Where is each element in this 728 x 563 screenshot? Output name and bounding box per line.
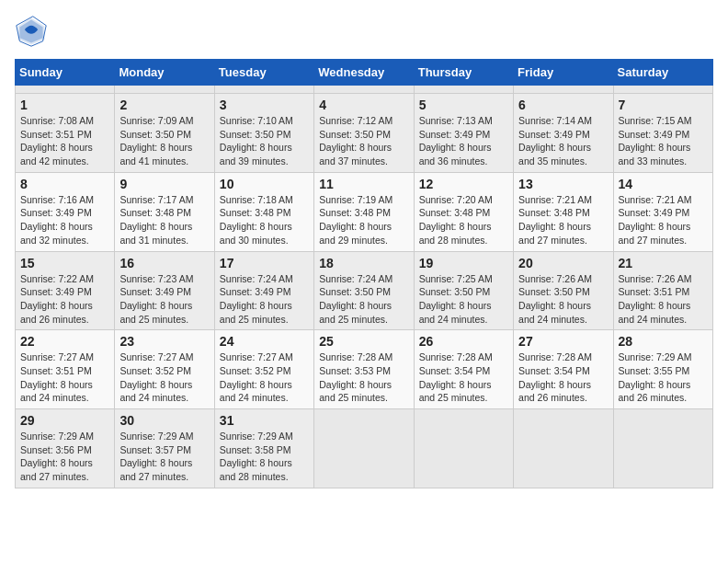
day-number: 5 (419, 98, 508, 112)
col-header-wednesday: Wednesday (314, 60, 414, 86)
day-number: 27 (518, 334, 608, 349)
calendar-cell (115, 86, 214, 94)
day-info: Sunrise: 7:24 AM Sunset: 3:50 PM Dayligh… (319, 272, 408, 327)
day-number: 2 (119, 98, 209, 112)
calendar-cell (16, 86, 115, 94)
calendar-cell: 21Sunrise: 7:26 AM Sunset: 3:51 PM Dayli… (613, 251, 712, 330)
calendar-cell: 23Sunrise: 7:27 AM Sunset: 3:52 PM Dayli… (115, 330, 214, 409)
calendar-cell: 29Sunrise: 7:29 AM Sunset: 3:56 PM Dayli… (16, 409, 115, 488)
day-number: 26 (419, 334, 508, 349)
day-number: 30 (119, 413, 209, 428)
day-info: Sunrise: 7:20 AM Sunset: 3:48 PM Dayligh… (419, 193, 508, 247)
day-info: Sunrise: 7:22 AM Sunset: 3:49 PM Dayligh… (20, 272, 109, 327)
col-header-monday: Monday (115, 60, 214, 86)
col-header-tuesday: Tuesday (214, 60, 313, 86)
calendar-cell: 13Sunrise: 7:21 AM Sunset: 3:48 PM Dayli… (514, 172, 613, 251)
day-info: Sunrise: 7:29 AM Sunset: 3:57 PM Dayligh… (119, 430, 209, 484)
calendar-cell: 31Sunrise: 7:29 AM Sunset: 3:58 PM Dayli… (214, 409, 313, 488)
col-header-thursday: Thursday (414, 60, 513, 86)
day-info: Sunrise: 7:23 AM Sunset: 3:49 PM Dayligh… (119, 272, 209, 327)
day-number: 23 (119, 334, 209, 349)
day-number: 18 (319, 256, 408, 270)
day-number: 4 (319, 98, 408, 112)
day-info: Sunrise: 7:16 AM Sunset: 3:49 PM Dayligh… (20, 193, 109, 247)
day-number: 3 (220, 98, 309, 112)
day-number: 28 (619, 334, 708, 349)
calendar-cell: 9Sunrise: 7:17 AM Sunset: 3:48 PM Daylig… (115, 172, 214, 251)
day-info: Sunrise: 7:26 AM Sunset: 3:51 PM Dayligh… (619, 272, 708, 327)
calendar-header-row: SundayMondayTuesdayWednesdayThursdayFrid… (16, 60, 713, 86)
calendar-cell: 5Sunrise: 7:13 AM Sunset: 3:49 PM Daylig… (414, 94, 513, 173)
calendar-cell (613, 409, 712, 488)
day-info: Sunrise: 7:25 AM Sunset: 3:50 PM Dayligh… (419, 272, 508, 327)
calendar-cell: 28Sunrise: 7:29 AM Sunset: 3:55 PM Dayli… (613, 330, 712, 409)
day-info: Sunrise: 7:28 AM Sunset: 3:53 PM Dayligh… (319, 350, 408, 405)
day-info: Sunrise: 7:19 AM Sunset: 3:48 PM Dayligh… (319, 193, 408, 247)
calendar-cell: 4Sunrise: 7:12 AM Sunset: 3:50 PM Daylig… (314, 94, 414, 173)
day-info: Sunrise: 7:10 AM Sunset: 3:50 PM Dayligh… (220, 114, 309, 168)
week-row-3: 15Sunrise: 7:22 AM Sunset: 3:49 PM Dayli… (16, 251, 713, 330)
calendar-cell: 11Sunrise: 7:19 AM Sunset: 3:48 PM Dayli… (314, 172, 414, 251)
week-row-2: 8Sunrise: 7:16 AM Sunset: 3:49 PM Daylig… (16, 172, 713, 251)
page-header (15, 15, 713, 48)
week-row-1: 1Sunrise: 7:08 AM Sunset: 3:51 PM Daylig… (16, 94, 713, 173)
logo-icon (15, 15, 48, 48)
calendar-cell: 19Sunrise: 7:25 AM Sunset: 3:50 PM Dayli… (414, 251, 513, 330)
calendar-cell: 1Sunrise: 7:08 AM Sunset: 3:51 PM Daylig… (16, 94, 115, 173)
day-info: Sunrise: 7:28 AM Sunset: 3:54 PM Dayligh… (518, 350, 608, 405)
day-number: 15 (20, 256, 109, 270)
calendar-cell: 8Sunrise: 7:16 AM Sunset: 3:49 PM Daylig… (16, 172, 115, 251)
day-number: 9 (119, 177, 209, 191)
day-number: 24 (220, 334, 309, 349)
day-number: 8 (20, 177, 109, 191)
calendar-cell: 27Sunrise: 7:28 AM Sunset: 3:54 PM Dayli… (514, 330, 613, 409)
day-number: 12 (419, 177, 508, 191)
day-info: Sunrise: 7:17 AM Sunset: 3:48 PM Dayligh… (119, 193, 209, 247)
day-info: Sunrise: 7:27 AM Sunset: 3:51 PM Dayligh… (20, 350, 109, 405)
calendar-cell (314, 409, 414, 488)
calendar-cell: 20Sunrise: 7:26 AM Sunset: 3:50 PM Dayli… (514, 251, 613, 330)
day-info: Sunrise: 7:14 AM Sunset: 3:49 PM Dayligh… (518, 114, 608, 168)
day-number: 21 (619, 256, 708, 270)
day-number: 11 (319, 177, 408, 191)
calendar-cell: 26Sunrise: 7:28 AM Sunset: 3:54 PM Dayli… (414, 330, 513, 409)
day-info: Sunrise: 7:08 AM Sunset: 3:51 PM Dayligh… (20, 114, 109, 168)
day-info: Sunrise: 7:13 AM Sunset: 3:49 PM Dayligh… (419, 114, 508, 168)
calendar-cell: 17Sunrise: 7:24 AM Sunset: 3:49 PM Dayli… (214, 251, 313, 330)
day-info: Sunrise: 7:21 AM Sunset: 3:48 PM Dayligh… (518, 193, 608, 247)
col-header-sunday: Sunday (16, 60, 115, 86)
day-number: 17 (220, 256, 309, 270)
day-number: 20 (518, 256, 608, 270)
calendar-table: SundayMondayTuesdayWednesdayThursdayFrid… (15, 59, 713, 488)
day-info: Sunrise: 7:27 AM Sunset: 3:52 PM Dayligh… (119, 350, 209, 405)
day-number: 13 (518, 177, 608, 191)
calendar-cell (414, 409, 513, 488)
day-info: Sunrise: 7:18 AM Sunset: 3:48 PM Dayligh… (220, 193, 309, 247)
calendar-cell: 18Sunrise: 7:24 AM Sunset: 3:50 PM Dayli… (314, 251, 414, 330)
day-info: Sunrise: 7:26 AM Sunset: 3:50 PM Dayligh… (518, 272, 608, 327)
calendar-cell: 30Sunrise: 7:29 AM Sunset: 3:57 PM Dayli… (115, 409, 214, 488)
calendar-cell (514, 409, 613, 488)
day-number: 1 (20, 98, 109, 112)
calendar-cell: 6Sunrise: 7:14 AM Sunset: 3:49 PM Daylig… (514, 94, 613, 173)
week-row-5: 29Sunrise: 7:29 AM Sunset: 3:56 PM Dayli… (16, 409, 713, 488)
day-info: Sunrise: 7:29 AM Sunset: 3:55 PM Dayligh… (619, 350, 708, 405)
calendar-cell (314, 86, 414, 94)
day-number: 16 (119, 256, 209, 270)
day-number: 7 (619, 98, 708, 112)
calendar-cell: 10Sunrise: 7:18 AM Sunset: 3:48 PM Dayli… (214, 172, 313, 251)
day-number: 22 (20, 334, 109, 349)
day-number: 29 (20, 413, 109, 428)
calendar-cell: 12Sunrise: 7:20 AM Sunset: 3:48 PM Dayli… (414, 172, 513, 251)
day-info: Sunrise: 7:28 AM Sunset: 3:54 PM Dayligh… (419, 350, 508, 405)
calendar-cell: 16Sunrise: 7:23 AM Sunset: 3:49 PM Dayli… (115, 251, 214, 330)
calendar-cell: 2Sunrise: 7:09 AM Sunset: 3:50 PM Daylig… (115, 94, 214, 173)
day-info: Sunrise: 7:21 AM Sunset: 3:49 PM Dayligh… (619, 193, 708, 247)
day-info: Sunrise: 7:29 AM Sunset: 3:56 PM Dayligh… (20, 430, 109, 484)
logo (15, 15, 51, 48)
day-number: 10 (220, 177, 309, 191)
calendar-cell (214, 86, 313, 94)
week-row-4: 22Sunrise: 7:27 AM Sunset: 3:51 PM Dayli… (16, 330, 713, 409)
day-info: Sunrise: 7:15 AM Sunset: 3:49 PM Dayligh… (619, 114, 708, 168)
calendar-cell: 25Sunrise: 7:28 AM Sunset: 3:53 PM Dayli… (314, 330, 414, 409)
